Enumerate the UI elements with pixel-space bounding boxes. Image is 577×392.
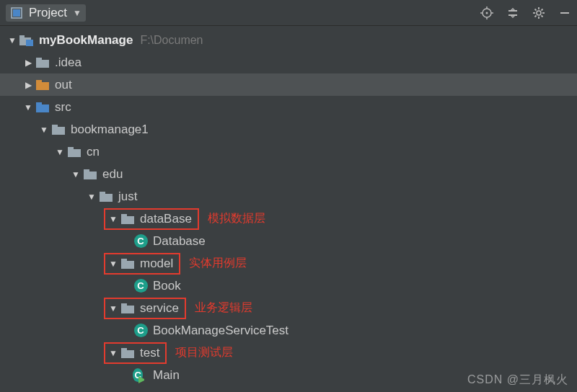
project-name: myBookManage [39,33,133,48]
tree-row-model-pkg[interactable]: ▼ model 实体用例层 [0,252,577,275]
svg-rect-42 [121,303,127,306]
tree-label: dataBase [140,212,192,226]
tree-label: edu [102,167,123,182]
svg-point-3 [486,12,488,14]
svg-rect-37 [121,216,134,224]
package-icon [120,300,136,316]
package-icon [82,166,98,182]
svg-rect-44 [121,348,127,351]
svg-rect-28 [36,102,42,105]
svg-marker-45 [138,376,144,383]
svg-rect-32 [68,147,74,150]
expand-toggle-icon[interactable]: ▼ [53,147,66,157]
tree-label: src [55,100,71,115]
svg-rect-38 [121,214,127,217]
tree-row-out[interactable]: ▶ out [0,74,577,96]
svg-rect-31 [68,149,81,157]
svg-rect-39 [121,261,134,269]
gear-icon[interactable] [532,6,545,19]
expand-toggle-icon[interactable]: ▼ [85,192,98,202]
expand-toggle-icon[interactable]: ▼ [107,348,120,358]
tree-label: cn [87,145,100,159]
svg-rect-35 [100,194,113,202]
svg-point-10 [537,11,541,15]
svg-rect-22 [26,40,33,46]
toolbar: Project ▼ [0,0,577,26]
expand-toggle-icon[interactable]: ▼ [107,214,120,224]
annotation-label: 项目测试层 [175,345,233,360]
tree-label: .idea [55,55,82,70]
chevron-down-icon: ▼ [73,8,82,18]
tree-label: bookmanage1 [71,122,149,137]
expand-toggle-icon[interactable]: ▶ [22,80,35,90]
tree-row-edu[interactable]: ▼ edu [0,163,577,185]
tree-row-idea[interactable]: ▶ .idea [0,51,577,74]
tree-row-test-pkg[interactable]: ▼ test 项目测试层 [0,342,577,364]
svg-line-17 [535,15,537,17]
svg-line-18 [542,9,543,10]
tree-label: Book [153,279,181,293]
tree-row-database-pkg[interactable]: ▼ dataBase 模拟数据层 [0,208,577,230]
annotation-label: 实体用例层 [189,256,247,271]
class-icon: C [133,233,149,249]
package-icon [120,211,136,227]
tree-row-bookmanage1[interactable]: ▼ bookmanage1 [0,118,577,141]
tree-row-bmst-class[interactable]: C BookManageServiceTest [0,319,577,342]
svg-rect-25 [36,82,49,90]
source-folder-icon [35,99,50,115]
svg-rect-27 [36,104,49,112]
tree-row-src[interactable]: ▼ src [0,96,577,118]
tree-label: out [55,78,72,92]
hide-icon[interactable] [558,6,571,19]
tree-label: Database [153,234,206,249]
package-icon [120,345,136,361]
package-icon [66,144,82,160]
expand-toggle-icon[interactable]: ▼ [107,259,120,269]
svg-rect-23 [36,60,49,68]
annotation-box: ▼ model [104,253,180,275]
tree-row-project-root[interactable]: ▼ myBookManage F:\Documen [0,29,577,51]
svg-rect-26 [36,80,42,83]
watermark: CSDN @三月枫火 [467,373,568,388]
svg-rect-19 [560,12,569,14]
expand-all-icon[interactable] [506,6,519,19]
folder-icon [35,55,50,71]
svg-rect-24 [36,58,42,61]
package-icon [98,189,114,205]
expand-toggle-icon[interactable]: ▼ [107,303,120,313]
class-icon: C [133,278,149,294]
tree-label: just [118,190,137,204]
annotation-label: 业务逻辑层 [195,300,252,316]
annotation-box: ▼ dataBase [104,208,199,230]
svg-rect-33 [84,172,97,179]
runnable-class-icon: C [133,368,149,383]
module-icon [19,32,35,48]
class-icon: C [133,323,149,339]
tree-row-database-class[interactable]: C Database [0,230,577,252]
tree-row-cn[interactable]: ▼ cn [0,141,577,163]
expand-toggle-icon[interactable]: ▼ [38,125,50,135]
expand-toggle-icon[interactable]: ▼ [6,35,19,45]
tree-row-just[interactable]: ▼ just [0,185,577,208]
expand-toggle-icon[interactable]: ▼ [22,102,35,112]
tree-label: service [140,301,179,316]
package-icon [120,256,136,272]
package-icon [50,122,66,138]
annotation-label: 模拟数据层 [208,211,265,226]
folder-icon [35,77,50,93]
expand-toggle-icon[interactable]: ▼ [69,169,82,179]
expand-toggle-icon[interactable]: ▶ [22,58,35,68]
svg-rect-34 [84,169,89,172]
tree-row-service-pkg[interactable]: ▼ service 业务逻辑层 [0,297,577,319]
project-path: F:\Documen [140,34,203,47]
locate-icon[interactable] [480,6,493,19]
svg-rect-30 [52,125,58,128]
tree-row-book-class[interactable]: C Book [0,275,577,297]
project-dropdown[interactable]: Project ▼ [6,4,86,22]
svg-rect-43 [121,350,134,358]
annotation-box: ▼ service [104,298,186,319]
svg-rect-41 [121,306,134,313]
tree-label: test [140,346,159,360]
tree-label: model [140,257,173,271]
tree-label: BookManageServiceTest [153,324,288,338]
